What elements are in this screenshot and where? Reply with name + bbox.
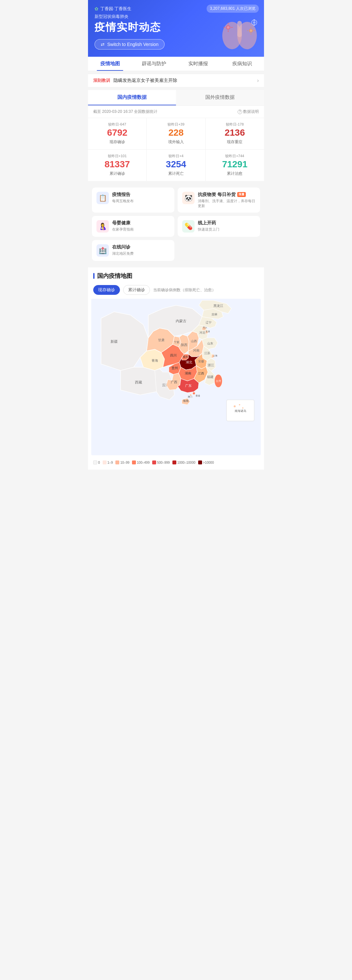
header: ✿ 丁香园·丁香医生 3,207,683,801 人次已浏览 新型冠状病毒肺炎 …: [88, 0, 264, 57]
stat-label-5: 累计治愈: [210, 171, 259, 177]
service-info-medicine: 线上开药 快递送货上门: [198, 220, 255, 232]
services-section: 📋 疫情报告 每周五晚发布 🐼 抗疫物资 每日补货 限量 消毒剂、洗手液、温度计…: [88, 184, 264, 265]
service-title-consultation: 在线问诊: [112, 244, 170, 250]
map-filter-desc: 当前确诊病例数（排除死亡、治愈）: [153, 287, 216, 293]
supplies-icon: 🐼: [182, 192, 195, 204]
map-legend: 0 1–9 10–99 100–499 500–999 1000–10000 >…: [88, 457, 264, 465]
service-card-consultation[interactable]: 🏥 在线问诊 湖北地区免费: [92, 240, 174, 261]
stat-label-4: 累计死亡: [151, 171, 200, 177]
stat-label-1: 境外输入: [151, 139, 200, 145]
service-info-consultation: 在线问诊 湖北地区免费: [112, 244, 170, 256]
legend-box-1000: [173, 460, 176, 465]
service-desc-consultation: 湖北地区免费: [112, 251, 170, 256]
service-card-supplies[interactable]: 🐼 抗疫物资 每日补货 限量 消毒剂、洗手液、温度计，库存每日更新: [178, 188, 260, 213]
svg-text:内蒙古: 内蒙古: [176, 319, 186, 323]
stat-value-2: 2136: [210, 128, 259, 138]
service-card-maternal[interactable]: 🤱 母婴健康 在家孕育指南: [92, 216, 174, 237]
data-section: 国内疫情数据 国外疫情数据 截至 2020-03-20 16:37 全国数据统计…: [88, 90, 264, 181]
tab-overseas-data[interactable]: 国外疫情数据: [176, 90, 264, 105]
logo-text: 丁香园·丁香医生: [100, 6, 132, 12]
logo-icon: ✿: [95, 6, 98, 11]
svg-text:福建: 福建: [207, 375, 214, 379]
stat-overseas-input: 较昨日+39 228 境外输入: [147, 118, 205, 150]
service-title-medicine: 线上开药: [198, 220, 255, 226]
service-desc-maternal: 在家孕育指南: [112, 227, 170, 232]
legend-box-10000: [198, 460, 202, 465]
tab-realtime-broadcast[interactable]: 实时播报: [176, 57, 220, 71]
legend-box-0: [93, 460, 97, 465]
maternal-icon: 🤱: [97, 220, 109, 232]
legend-item-1000: 1000–10000: [173, 460, 195, 465]
svg-point-16: [253, 21, 255, 24]
nav-tabs: 疫情地图 辟谣与防护 实时播报 疾病知识: [88, 57, 264, 71]
svg-point-10: [250, 30, 252, 32]
svg-text:青海: 青海: [152, 359, 158, 362]
service-info-report: 疫情报告 每周五晚发布: [112, 192, 170, 204]
tab-rumor-prevention[interactable]: 辟谣与防护: [132, 57, 176, 71]
stat-label-0: 现存确诊: [93, 139, 142, 145]
service-desc-medicine: 快递送货上门: [198, 227, 255, 232]
tab-epidemic-map[interactable]: 疫情地图: [88, 57, 132, 71]
stat-label-3: 累计确诊: [93, 171, 142, 177]
data-help[interactable]: ? 数据说明: [238, 109, 259, 115]
map-filter-existing[interactable]: 现存确诊: [93, 285, 120, 295]
service-title-supplies: 抗疫物资 每日补货 限量: [198, 192, 255, 197]
svg-text:广东: 广东: [185, 384, 192, 387]
legend-item-10: 10–99: [116, 460, 129, 465]
svg-rect-18: [254, 24, 255, 26]
service-desc-report: 每周五晚发布: [112, 199, 170, 204]
stat-total-deaths: 较昨日+4 3254 累计死亡: [147, 150, 205, 181]
service-card-medicine[interactable]: 💊 线上开药 快递送货上门: [178, 216, 260, 237]
legend-item-0: 0: [93, 460, 100, 465]
svg-text:河南: 河南: [193, 348, 200, 352]
legend-item-100: 100–499: [132, 460, 150, 465]
legend-box-500: [152, 460, 156, 465]
svg-point-4: [227, 26, 230, 29]
tab-disease-knowledge[interactable]: 疾病知识: [220, 57, 264, 71]
english-version-button[interactable]: ⇄ Switch to English Version: [95, 39, 165, 49]
svg-text:江苏: 江苏: [205, 352, 210, 355]
svg-text:河北: 河北: [200, 331, 205, 334]
svg-text:吉林: 吉林: [211, 313, 217, 316]
stat-value-3: 81337: [93, 159, 142, 170]
svg-text:甘肃: 甘肃: [158, 338, 165, 342]
data-tabs: 国内疫情数据 国外疫情数据: [88, 90, 264, 106]
svg-text:香港: 香港: [195, 395, 200, 397]
map-filter-total[interactable]: 累计确诊: [123, 285, 150, 295]
stat-change-0: 较昨日-647: [93, 122, 142, 127]
svg-text:辽宁: 辽宁: [206, 321, 211, 324]
service-info-supplies: 抗疫物资 每日补货 限量 消毒剂、洗手液、温度计，库存每日更新: [198, 192, 255, 209]
china-map-svg: 新疆 西藏 青海 甘肃 内蒙古 宁夏 陕西 山西 河北: [91, 299, 261, 455]
svg-rect-2: [237, 21, 242, 37]
stat-existing-confirmed: 较昨日-647 6792 现存确诊: [88, 118, 146, 150]
service-badge-supplies: 限量: [237, 192, 246, 197]
svg-text:澳门: 澳门: [188, 396, 192, 398]
stat-value-4: 3254: [151, 159, 200, 170]
section-bar: [93, 273, 95, 279]
visit-count: 3,207,683,801 人次已浏览: [207, 5, 259, 13]
legend-box-10: [116, 460, 119, 465]
svg-text:西藏: 西藏: [135, 380, 142, 384]
news-banner[interactable]: 深刻教训 隐瞒发热返京女子被美雇主开除 ›: [88, 74, 264, 88]
help-icon: ?: [238, 110, 242, 114]
stat-change-1: 较昨日+39: [151, 122, 200, 127]
report-icon: 📋: [97, 192, 109, 204]
stat-change-2: 较昨日-178: [210, 122, 259, 127]
legend-item-500: 500–999: [152, 460, 170, 465]
english-btn-label: Switch to English Version: [107, 42, 159, 47]
stat-value-0: 6792: [93, 128, 142, 138]
svg-point-59: [234, 406, 236, 407]
tab-domestic-data[interactable]: 国内疫情数据: [88, 90, 176, 105]
svg-text:重庆: 重庆: [183, 355, 188, 358]
svg-text:湖南: 湖南: [185, 371, 191, 375]
lung-illustration: [218, 14, 261, 54]
stat-change-4: 较昨日+4: [151, 154, 200, 159]
legend-item-10000: >10000: [198, 460, 214, 465]
stat-total-confirmed: 较昨日+101 81337 累计确诊: [88, 150, 146, 181]
svg-point-61: [242, 407, 243, 409]
legend-box-1: [103, 460, 106, 465]
legend-item-1: 1–9: [103, 460, 113, 465]
svg-text:南海诸岛: 南海诸岛: [235, 409, 246, 412]
stat-severe-cases: 较昨日-178 2136 现存重症: [206, 118, 264, 150]
service-card-report[interactable]: 📋 疫情报告 每周五晚发布: [92, 188, 174, 213]
